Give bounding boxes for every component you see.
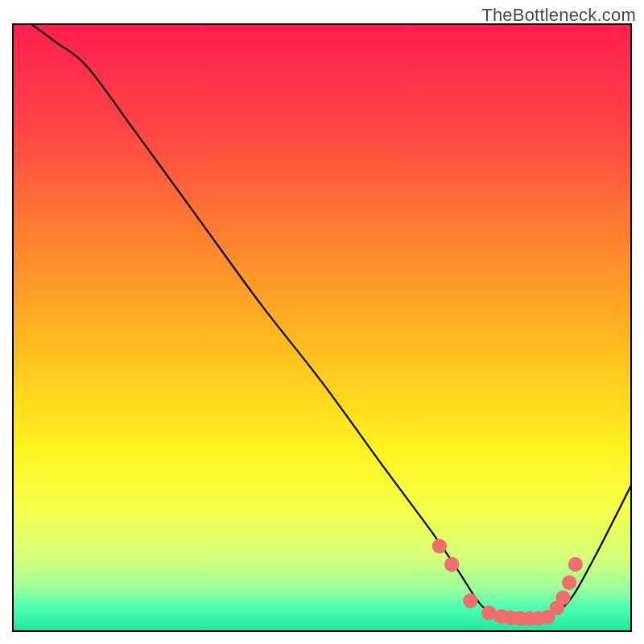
attribution-label: TheBottleneck.com <box>481 5 636 26</box>
curve-marker <box>555 590 570 605</box>
plot-background <box>13 24 631 631</box>
bottleneck-chart <box>0 0 644 644</box>
chart-container: TheBottleneck.com <box>0 0 644 644</box>
curve-marker <box>463 593 477 608</box>
curve-marker <box>432 539 447 553</box>
curve-marker <box>562 575 576 589</box>
curve-marker <box>568 557 583 572</box>
curve-marker <box>444 557 459 572</box>
